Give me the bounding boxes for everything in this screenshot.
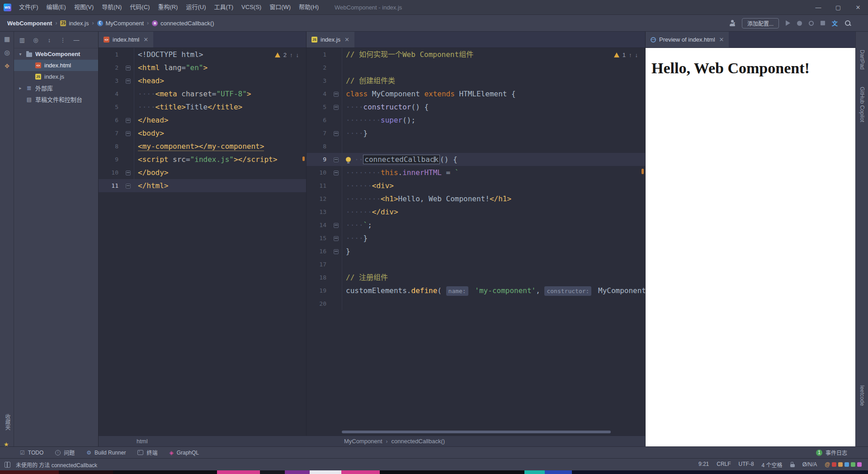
close-tab-icon[interactable]: ✕ bbox=[719, 36, 724, 43]
status-item[interactable]: 4 个空格 bbox=[762, 461, 783, 469]
fold-marker-icon[interactable] bbox=[334, 92, 339, 97]
inspections-widget[interactable]: 1 ↑ ↓ bbox=[614, 52, 638, 58]
code-line[interactable]: 16} bbox=[307, 245, 645, 258]
tree-item[interactable]: JSindex.js bbox=[14, 71, 98, 82]
code-line[interactable]: 15····} bbox=[307, 232, 645, 245]
fold-marker-icon[interactable] bbox=[126, 171, 131, 175]
gutter-fold-column[interactable] bbox=[123, 48, 134, 61]
menu-item[interactable]: VCS(S) bbox=[237, 0, 265, 14]
fold-marker-icon[interactable] bbox=[334, 171, 339, 175]
fold-marker-icon[interactable] bbox=[334, 131, 339, 136]
user-account-button[interactable]: ▾ bbox=[729, 20, 735, 26]
code-line[interactable]: 9··connectedCallback() { bbox=[307, 153, 645, 166]
code-line[interactable]: 1// 如何实现一个Web Component组件 bbox=[307, 48, 645, 61]
gutter-fold-column[interactable] bbox=[331, 192, 342, 205]
code-line[interactable]: 5····<title>Title</title> bbox=[99, 100, 306, 114]
stop-icon[interactable] bbox=[821, 21, 825, 25]
menu-item[interactable]: 窗口(W) bbox=[265, 0, 295, 14]
run-icon[interactable] bbox=[786, 20, 790, 26]
tab-index-html[interactable]: <> index.html ✕ bbox=[99, 32, 153, 47]
gutter-fold-column[interactable] bbox=[331, 232, 342, 245]
favorites-toolwindow-button[interactable]: 收藏夹 bbox=[4, 414, 11, 430]
code-line[interactable]: 14····`; bbox=[307, 218, 645, 232]
chevron-icon[interactable]: ▾ bbox=[18, 52, 23, 57]
profiler-icon[interactable] bbox=[809, 21, 814, 26]
gutter-fold-column[interactable] bbox=[331, 87, 342, 100]
gutter-fold-column[interactable] bbox=[331, 218, 342, 232]
structure-toolwindow-icon[interactable]: ❖ bbox=[3, 62, 11, 70]
gutter-fold-column[interactable] bbox=[331, 258, 342, 271]
code-line[interactable]: 17 bbox=[307, 258, 645, 271]
menu-item[interactable]: 运行(U) bbox=[182, 0, 210, 14]
gutter-fold-column[interactable] bbox=[331, 140, 342, 153]
tab-index-js[interactable]: JS index.js ✕ bbox=[307, 32, 354, 47]
gutter-fold-column[interactable] bbox=[331, 297, 342, 310]
code-line[interactable]: 10········this.innerHTML = ` bbox=[307, 166, 645, 179]
fold-marker-icon[interactable] bbox=[334, 249, 339, 254]
close-button[interactable]: ✕ bbox=[848, 0, 868, 15]
code-line[interactable]: 9<script src="index.js"></script> bbox=[99, 153, 306, 166]
search-everywhere-icon[interactable] bbox=[844, 20, 851, 26]
gutter-fold-column[interactable] bbox=[331, 74, 342, 87]
right-editor-surface[interactable]: 1// 如何实现一个Web Component组件23// 创建组件类4clas… bbox=[307, 48, 645, 436]
toolwindow-button[interactable]: !问题 bbox=[55, 449, 75, 456]
gutter-fold-column[interactable] bbox=[331, 48, 342, 61]
toolwindow-button[interactable]: GitHub Copilot bbox=[859, 87, 865, 122]
add-configuration-button[interactable]: 添加配置... bbox=[742, 18, 779, 28]
project-toolbar-icon[interactable]: ▥ bbox=[19, 37, 26, 43]
maximize-button[interactable]: ▢ bbox=[828, 0, 848, 15]
gutter-fold-column[interactable] bbox=[331, 100, 342, 114]
tree-item[interactable]: ▾WebComponent bbox=[14, 48, 98, 60]
gutter-fold-column[interactable] bbox=[331, 245, 342, 258]
code-line[interactable]: 8 bbox=[307, 140, 645, 153]
menu-item[interactable]: 代码(C) bbox=[126, 0, 154, 14]
gutter-fold-column[interactable] bbox=[123, 153, 134, 166]
project-toolbar-icon[interactable]: ⋮ bbox=[59, 37, 66, 43]
code-line[interactable]: 6</head> bbox=[99, 114, 306, 127]
menu-item[interactable]: 视图(V) bbox=[70, 0, 98, 14]
gutter-fold-column[interactable] bbox=[331, 284, 342, 297]
next-problem-arrow-icon[interactable]: ↓ bbox=[635, 52, 638, 58]
code-line[interactable]: 2<html lang="en"> bbox=[99, 61, 306, 74]
prev-problem-arrow-icon[interactable]: ↑ bbox=[290, 52, 293, 58]
code-line[interactable]: 7····} bbox=[307, 127, 645, 140]
gutter-fold-column[interactable] bbox=[331, 166, 342, 179]
code-line[interactable]: 10</body> bbox=[99, 166, 306, 179]
project-toolbar-icon[interactable]: — bbox=[73, 37, 80, 43]
gutter-fold-column[interactable] bbox=[123, 140, 134, 153]
gutter-fold-column[interactable] bbox=[123, 166, 134, 179]
fold-marker-icon[interactable] bbox=[126, 79, 131, 84]
tree-item[interactable]: ▤草稿文件和控制台 bbox=[14, 94, 98, 105]
commit-toolwindow-icon[interactable]: ◎ bbox=[3, 48, 11, 57]
code-line[interactable]: 20 bbox=[307, 297, 645, 310]
code-line[interactable]: 19customElements.define( name: 'my-compo… bbox=[307, 284, 645, 297]
gutter-fold-column[interactable] bbox=[331, 61, 342, 74]
code-line[interactable]: 12········<h1>Hello, Web Component!</h1> bbox=[307, 192, 645, 205]
code-line[interactable]: 6········super(); bbox=[307, 114, 645, 127]
code-line[interactable]: 11······<div> bbox=[307, 179, 645, 192]
breadcrumb-item[interactable]: CMyComponent bbox=[97, 20, 144, 27]
status-item[interactable]: UTF-8 bbox=[739, 461, 754, 469]
code-line[interactable]: 4class MyComponent extends HTMLElement { bbox=[307, 87, 645, 100]
horizontal-scrollbar[interactable] bbox=[342, 431, 611, 433]
status-item[interactable]: CRLF bbox=[717, 461, 731, 469]
tree-item[interactable]: ▸≣外部库 bbox=[14, 82, 98, 94]
fold-marker-icon[interactable] bbox=[334, 105, 339, 110]
gutter-fold-column[interactable] bbox=[331, 205, 342, 218]
gutter-fold-column[interactable] bbox=[331, 153, 342, 166]
gutter-fold-column[interactable] bbox=[123, 127, 134, 140]
fold-marker-icon[interactable] bbox=[334, 236, 339, 241]
toolwindow-button[interactable]: ⚙Build Runner bbox=[86, 450, 126, 456]
debug-icon[interactable] bbox=[797, 21, 802, 26]
tab-preview[interactable]: Preview of index.html ✕ bbox=[646, 32, 729, 47]
gutter-fold-column[interactable] bbox=[123, 179, 134, 192]
fold-marker-icon[interactable] bbox=[126, 118, 131, 123]
toolwindow-button[interactable]: leetcode bbox=[859, 385, 865, 406]
gutter-fold-column[interactable] bbox=[331, 127, 342, 140]
prev-problem-arrow-icon[interactable]: ↑ bbox=[629, 52, 632, 58]
toolwindow-button[interactable]: ◈GraphQL bbox=[169, 450, 199, 456]
fold-marker-icon[interactable] bbox=[334, 157, 339, 162]
toolwindow-button[interactable]: 终端 bbox=[137, 449, 157, 456]
code-line[interactable]: 5····constructor() { bbox=[307, 100, 645, 114]
breadcrumb-html[interactable]: html bbox=[99, 438, 306, 445]
